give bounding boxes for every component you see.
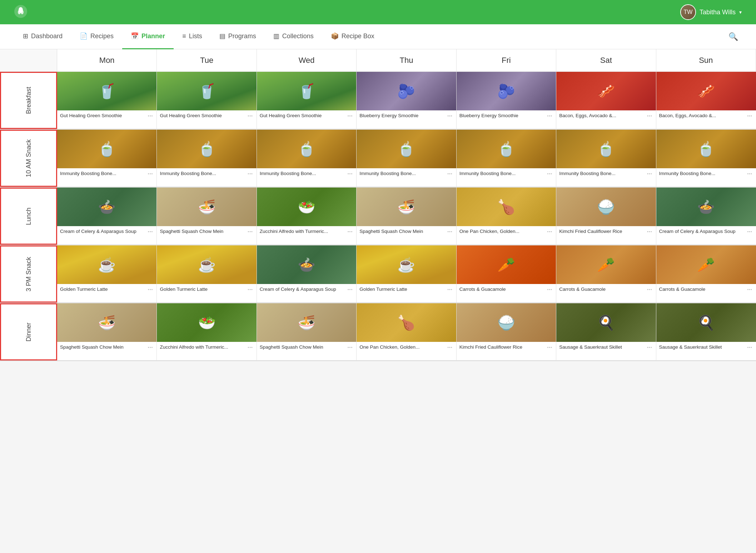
food-menu-button[interactable]: [646, 344, 653, 350]
food-name: One Pan Chicken, Golden...: [459, 228, 547, 235]
meal-cell-3pm-snack-day-5: 🥕Carrots & Guacamole: [556, 245, 656, 303]
food-info: Blueberry Energy Smoothie: [357, 110, 456, 129]
day-headers: Mon Tue Wed Thu Fri Sat Sun: [0, 49, 756, 72]
meal-cell-lunch-day-6: 🍲Cream of Celery & Asparagus Soup: [656, 188, 756, 245]
food-menu-button[interactable]: [447, 344, 453, 350]
meal-cell-3pm-snack-day-4: 🥕Carrots & Guacamole: [457, 245, 556, 303]
food-info: Bacon, Eggs, Avocado &...: [556, 110, 656, 129]
food-info: Blueberry Energy Smoothie: [457, 110, 556, 129]
food-menu-button[interactable]: [447, 286, 453, 292]
food-name: Bacon, Eggs, Avocado &...: [659, 113, 747, 119]
food-name: Immunity Boosting Bone...: [160, 170, 247, 177]
food-info: Sausage & Sauerkraut Skillet: [556, 342, 656, 360]
food-menu-button[interactable]: [247, 286, 254, 292]
food-menu-button[interactable]: [547, 228, 553, 234]
nav-lists-label: Lists: [189, 33, 202, 40]
food-menu-button[interactable]: [646, 228, 653, 234]
search-icon[interactable]: 🔍: [725, 32, 742, 41]
food-name: Immunity Boosting Bone...: [459, 170, 547, 177]
day-header-thu: Thu: [357, 49, 456, 71]
food-menu-button[interactable]: [447, 228, 453, 234]
planner-icon: 📅: [131, 32, 139, 40]
food-info: Kimchi Fried Cauliflower Rice: [556, 226, 656, 244]
food-menu-button[interactable]: [746, 286, 753, 292]
food-menu-button[interactable]: [746, 113, 753, 118]
meal-cell-lunch-day-5: 🍚Kimchi Fried Cauliflower Rice: [556, 188, 656, 245]
user-menu[interactable]: TW Tabitha Wills ▾: [680, 4, 742, 20]
nav-recipes[interactable]: 📄 Recipes: [71, 24, 122, 49]
food-name: Cream of Celery & Asparagus Soup: [260, 286, 347, 293]
food-menu-button[interactable]: [347, 286, 354, 292]
food-menu-button[interactable]: [746, 170, 753, 176]
food-menu-button[interactable]: [147, 113, 154, 118]
food-menu-button[interactable]: [746, 344, 753, 350]
food-info: Golden Turmeric Latte: [157, 284, 256, 302]
food-menu-button[interactable]: [746, 228, 753, 234]
food-menu-button[interactable]: [247, 228, 254, 234]
food-menu-button[interactable]: [247, 170, 254, 176]
food-info: Zucchini Alfredo with Turmeric...: [157, 342, 256, 360]
food-info: Zucchini Alfredo with Turmeric...: [257, 226, 356, 244]
food-menu-button[interactable]: [447, 170, 453, 176]
food-menu-button[interactable]: [147, 344, 154, 350]
food-menu-button[interactable]: [447, 113, 453, 118]
food-info: Gut Healing Green Smoothie: [57, 110, 156, 129]
food-menu-button[interactable]: [147, 286, 154, 292]
meal-section-breakfast: Breakfast🥤Gut Healing Green Smoothie🥤Gut…: [0, 72, 756, 130]
food-info: Carrots & Guacamole: [457, 284, 556, 302]
meal-cell-lunch-day-4: 🍗One Pan Chicken, Golden...: [457, 188, 556, 245]
meal-cell-3pm-snack-day-0: ☕Golden Turmeric Latte: [57, 245, 157, 303]
food-menu-button[interactable]: [247, 344, 254, 350]
nav-planner[interactable]: 📅 Planner: [122, 24, 174, 49]
food-name: Blueberry Energy Smoothie: [359, 113, 447, 119]
food-name: Zucchini Alfredo with Turmeric...: [160, 344, 247, 350]
meal-cell-breakfast-day-0: 🥤Gut Healing Green Smoothie: [57, 72, 157, 129]
top-header: TW Tabitha Wills ▾: [0, 0, 756, 24]
nav-programs[interactable]: ▤ Programs: [211, 24, 265, 49]
food-name: Golden Turmeric Latte: [160, 286, 247, 293]
food-info: Bacon, Eggs, Avocado &...: [656, 110, 756, 129]
food-menu-button[interactable]: [347, 344, 354, 350]
food-info: Kimchi Fried Cauliflower Rice: [457, 342, 556, 360]
food-name: Spaghetti Squash Chow Mein: [260, 344, 347, 350]
food-menu-button[interactable]: [147, 170, 154, 176]
nav-dashboard-label: Dashboard: [31, 33, 63, 40]
meal-section-10am-snack: 10 AM Snack🍵Immunity Boosting Bone...🍵Im…: [0, 130, 756, 188]
nav-recipe-box[interactable]: 📦 Recipe Box: [322, 24, 383, 49]
meal-label-dinner: Dinner: [0, 303, 57, 360]
food-name: Kimchi Fried Cauliflower Rice: [459, 344, 547, 350]
programs-icon: ▤: [219, 32, 225, 40]
meal-cell-10am-snack-day-6: 🍵Immunity Boosting Bone...: [656, 130, 756, 187]
corner-cell: [0, 49, 57, 71]
meal-cell-breakfast-day-6: 🥓Bacon, Eggs, Avocado &...: [656, 72, 756, 129]
chevron-down-icon: ▾: [739, 9, 742, 15]
food-name: Blueberry Energy Smoothie: [459, 113, 547, 119]
food-menu-button[interactable]: [347, 113, 354, 118]
food-info: Sausage & Sauerkraut Skillet: [656, 342, 756, 360]
nav-collections[interactable]: ▥ Collections: [265, 24, 322, 49]
meal-cell-dinner-day-2: 🍜Spaghetti Squash Chow Mein: [257, 303, 357, 360]
meal-label-3pm-snack: 3 PM Snack: [0, 245, 57, 303]
food-menu-button[interactable]: [646, 286, 653, 292]
food-name: Spaghetti Squash Chow Mein: [359, 228, 447, 235]
food-menu-button[interactable]: [347, 170, 354, 176]
nav-lists[interactable]: ≡ Lists: [174, 24, 211, 49]
food-menu-button[interactable]: [347, 228, 354, 234]
food-menu-button[interactable]: [547, 344, 553, 350]
food-menu-button[interactable]: [547, 113, 553, 118]
food-menu-button[interactable]: [547, 170, 553, 176]
food-info: Golden Turmeric Latte: [57, 284, 156, 302]
nav-recipe-box-label: Recipe Box: [342, 33, 374, 40]
nav-dashboard[interactable]: ⊞ Dashboard: [14, 24, 71, 49]
food-name: Carrots & Guacamole: [459, 286, 547, 293]
food-info: Spaghetti Squash Chow Mein: [157, 226, 256, 244]
dashboard-icon: ⊞: [23, 32, 28, 40]
meal-cell-dinner-day-4: 🍚Kimchi Fried Cauliflower Rice: [457, 303, 556, 360]
meal-cell-10am-snack-day-2: 🍵Immunity Boosting Bone...: [257, 130, 357, 187]
food-menu-button[interactable]: [646, 170, 653, 176]
food-menu-button[interactable]: [147, 228, 154, 234]
food-menu-button[interactable]: [547, 286, 553, 292]
food-menu-button[interactable]: [247, 113, 254, 118]
meal-cell-10am-snack-day-0: 🍵Immunity Boosting Bone...: [57, 130, 157, 187]
food-menu-button[interactable]: [646, 113, 653, 118]
